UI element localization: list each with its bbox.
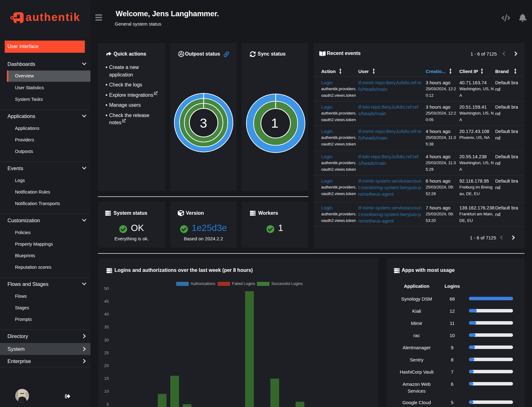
svg-text:authentik: authentik bbox=[26, 11, 80, 23]
